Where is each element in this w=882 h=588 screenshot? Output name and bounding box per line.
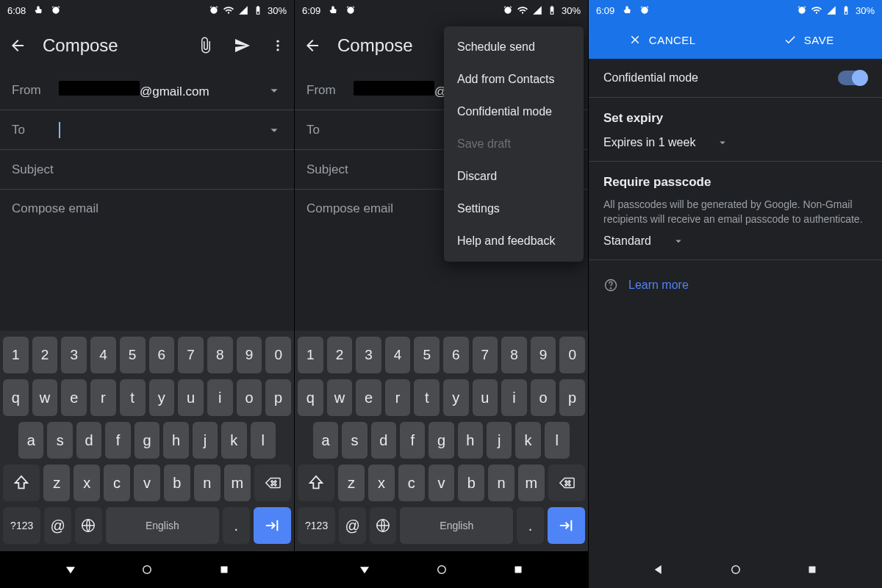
- key-x[interactable]: x: [74, 465, 100, 501]
- chevron-down-icon[interactable]: [266, 82, 282, 98]
- save-button[interactable]: SAVE: [736, 21, 883, 59]
- key-shift[interactable]: [298, 465, 334, 501]
- menu-item-confidential-mode[interactable]: Confidential mode: [444, 96, 584, 128]
- key-b[interactable]: b: [458, 465, 484, 501]
- key-a[interactable]: a: [313, 422, 338, 459]
- key-at[interactable]: @: [44, 507, 71, 544]
- key-8[interactable]: 8: [501, 337, 527, 373]
- cancel-button[interactable]: CANCEL: [589, 21, 736, 59]
- confidential-toggle-row[interactable]: Confidential mode: [589, 59, 882, 98]
- key-0[interactable]: 0: [559, 337, 585, 373]
- key-6[interactable]: 6: [149, 337, 175, 373]
- learn-more-link[interactable]: Learn more: [589, 260, 882, 310]
- key-t[interactable]: t: [120, 379, 146, 416]
- from-field[interactable]: From @gmail.com: [0, 71, 294, 110]
- key-6[interactable]: 6: [443, 337, 469, 373]
- key-u[interactable]: u: [178, 379, 204, 416]
- key-symbols[interactable]: ?123: [298, 507, 335, 544]
- key-d[interactable]: d: [371, 422, 396, 459]
- key-space[interactable]: English: [106, 507, 219, 544]
- key-4[interactable]: 4: [90, 337, 116, 373]
- key-7[interactable]: 7: [473, 337, 498, 373]
- key-g[interactable]: g: [429, 422, 453, 459]
- key-c[interactable]: c: [398, 465, 425, 501]
- more-icon[interactable]: [270, 38, 285, 53]
- key-l[interactable]: l: [545, 422, 570, 459]
- key-a[interactable]: a: [18, 422, 43, 459]
- key-enter[interactable]: [254, 507, 291, 544]
- key-p[interactable]: p: [559, 379, 585, 416]
- key-y[interactable]: y: [149, 379, 175, 416]
- menu-item-discard[interactable]: Discard: [444, 160, 584, 193]
- nav-back-icon[interactable]: [652, 563, 665, 576]
- send-icon[interactable]: [234, 37, 251, 54]
- attach-icon[interactable]: [197, 37, 215, 54]
- key-o[interactable]: o: [237, 379, 262, 416]
- key-language[interactable]: [75, 507, 102, 544]
- key-p[interactable]: p: [265, 379, 291, 416]
- key-shift[interactable]: [3, 465, 40, 501]
- key-k[interactable]: k: [515, 422, 540, 459]
- key-w[interactable]: w: [32, 379, 58, 416]
- nav-recent-icon[interactable]: [806, 563, 819, 576]
- menu-item-help-and-feedback[interactable]: Help and feedback: [444, 225, 584, 257]
- key-9[interactable]: 9: [531, 337, 556, 373]
- menu-item-schedule-send[interactable]: Schedule send: [444, 31, 584, 63]
- key-v[interactable]: v: [134, 465, 160, 501]
- key-r[interactable]: r: [90, 379, 116, 416]
- expiry-select[interactable]: Expires in 1 week: [589, 133, 882, 162]
- key-q[interactable]: q: [298, 379, 323, 416]
- key-r[interactable]: r: [385, 379, 411, 416]
- key-c[interactable]: c: [104, 465, 130, 501]
- key-h[interactable]: h: [458, 422, 483, 459]
- key-g[interactable]: g: [135, 422, 159, 459]
- key-z[interactable]: z: [43, 465, 70, 501]
- key-2[interactable]: 2: [32, 337, 58, 373]
- key-i[interactable]: i: [207, 379, 233, 416]
- nav-recent-icon[interactable]: [218, 563, 231, 576]
- key-x[interactable]: x: [368, 465, 395, 501]
- key-dot[interactable]: .: [517, 507, 544, 544]
- key-backspace[interactable]: [548, 465, 585, 501]
- nav-home-icon[interactable]: [729, 563, 742, 576]
- key-q[interactable]: q: [3, 379, 29, 416]
- chevron-down-icon[interactable]: [266, 122, 282, 138]
- key-u[interactable]: u: [473, 379, 498, 416]
- key-at[interactable]: @: [339, 507, 366, 544]
- key-m[interactable]: m: [224, 465, 251, 501]
- key-s[interactable]: s: [47, 422, 72, 459]
- key-f[interactable]: f: [400, 422, 425, 459]
- menu-item-settings[interactable]: Settings: [444, 193, 584, 225]
- key-7[interactable]: 7: [178, 337, 204, 373]
- key-symbols[interactable]: ?123: [3, 507, 40, 544]
- key-5[interactable]: 5: [414, 337, 440, 373]
- key-3[interactable]: 3: [356, 337, 381, 373]
- key-language[interactable]: [370, 507, 397, 544]
- nav-back-icon[interactable]: [358, 563, 371, 576]
- key-i[interactable]: i: [501, 379, 527, 416]
- nav-home-icon[interactable]: [435, 563, 448, 576]
- key-d[interactable]: d: [76, 422, 101, 459]
- key-1[interactable]: 1: [298, 337, 323, 373]
- nav-home-icon[interactable]: [140, 563, 154, 576]
- key-b[interactable]: b: [164, 465, 190, 501]
- key-o[interactable]: o: [531, 379, 556, 416]
- key-dot[interactable]: .: [223, 507, 250, 544]
- key-l[interactable]: l: [251, 422, 276, 459]
- key-backspace[interactable]: [254, 465, 291, 501]
- key-j[interactable]: j: [487, 422, 512, 459]
- key-s[interactable]: s: [342, 422, 367, 459]
- key-n[interactable]: n: [194, 465, 220, 501]
- menu-item-add-from-contacts[interactable]: Add from Contacts: [444, 63, 584, 96]
- key-e[interactable]: e: [61, 379, 87, 416]
- nav-back-icon[interactable]: [64, 563, 77, 576]
- key-n[interactable]: n: [488, 465, 514, 501]
- key-h[interactable]: h: [163, 422, 188, 459]
- key-5[interactable]: 5: [120, 337, 146, 373]
- key-t[interactable]: t: [414, 379, 440, 416]
- key-2[interactable]: 2: [327, 337, 353, 373]
- key-4[interactable]: 4: [385, 337, 411, 373]
- key-space[interactable]: English: [400, 507, 513, 544]
- key-y[interactable]: y: [443, 379, 469, 416]
- key-v[interactable]: v: [429, 465, 455, 501]
